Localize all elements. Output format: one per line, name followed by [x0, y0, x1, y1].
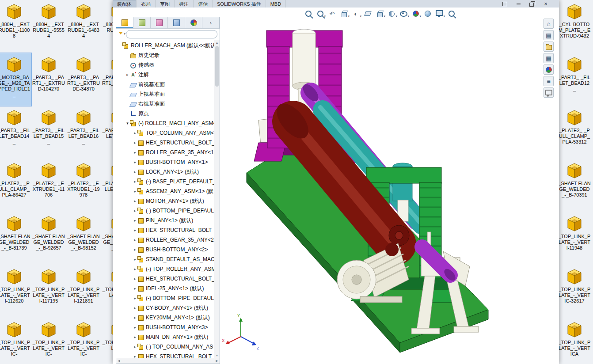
roller-gear[interactable]	[389, 225, 409, 246]
desktop-file-icon[interactable]: _SHAFT-FLANGE_WELDED_-_B-92657	[31, 212, 66, 265]
desktop-file-icon[interactable]: _TOP_LINK_PLATE_-_VERTIC-	[66, 318, 101, 364]
expand-arrow-icon[interactable]	[133, 228, 137, 232]
headsup-toolbar-button[interactable]	[398, 8, 409, 19]
scroll-up-arrow[interactable]: ▲	[214, 40, 220, 45]
tree-item[interactable]: (-) BOTTOM_PIPE_DEFAUL	[116, 206, 214, 216]
desktop-file-icon[interactable]: _PART3_-_PART1_-_EXTRUDE-34870	[66, 53, 101, 106]
window-control-button[interactable]	[528, 0, 536, 7]
tree-item[interactable]: ASSEM2_ANY_ASM<1> (默	[116, 186, 214, 196]
task-pane-button[interactable]	[544, 87, 554, 98]
headsup-toolbar-button[interactable]	[446, 8, 457, 19]
expand-arrow-icon[interactable]	[133, 354, 137, 358]
task-pane-button[interactable]: ≡	[544, 76, 554, 86]
expand-arrow-icon[interactable]	[133, 335, 137, 339]
headsup-toolbar-button[interactable]: ◐	[350, 8, 361, 19]
panel-tab[interactable]	[185, 17, 202, 28]
expand-arrow-icon[interactable]	[133, 257, 137, 262]
ribbon-tab[interactable]: 标注	[175, 0, 194, 8]
desktop-file-icon[interactable]: _880H_-_EXTRUDE1_-64834	[66, 0, 101, 53]
desktop-file-icon[interactable]: _PLATE2_-_EXTRUDE1_-19978	[66, 159, 101, 212]
headsup-toolbar-button[interactable]	[338, 8, 350, 19]
tree-item[interactable]: HEX_STRUCTURAL_BOLT_C	[116, 138, 214, 148]
scroll-down-arrow[interactable]: ▼	[214, 353, 220, 358]
task-pane-button[interactable]: ▤	[544, 30, 554, 40]
desktop-file-icon[interactable]: _SHAFT-FLANGE_WELDED_-_B-70391	[557, 159, 592, 212]
headsup-toolbar-button[interactable]	[362, 8, 373, 19]
desktop-file-icon[interactable]: _880H_-_EXTRUDE1_-11008	[0, 0, 31, 53]
expand-arrow-icon[interactable]	[133, 179, 137, 184]
scroll-left-arrow[interactable]: ◀	[116, 358, 122, 364]
desktop-file-icon[interactable]: _PART3_-_FILLET_BEAD15_	[31, 106, 66, 159]
task-pane-button[interactable]: ▦	[544, 53, 554, 63]
expand-arrow-icon[interactable]	[133, 247, 137, 252]
expand-arrow-icon[interactable]	[133, 150, 137, 155]
tree-item[interactable]: 上视基准面	[116, 89, 214, 99]
tree-item[interactable]: LOCK_ANY<1> (默认)	[116, 167, 214, 177]
desktop-file-icon[interactable]: _TOP_LINK_PLATE_-_VERTI-121891	[66, 265, 101, 318]
desktop-file-icon[interactable]: _SHAFT-FLANGE_WELDED_-_B-98152	[66, 212, 101, 265]
panel-tab[interactable]	[151, 17, 168, 28]
ribbon-tab[interactable]: MBD	[266, 0, 286, 8]
desktop-file-icon[interactable]: _880H_-_EXTRUDE1_-55554	[31, 0, 66, 53]
headsup-toolbar-button[interactable]	[410, 8, 421, 19]
headsup-toolbar-button[interactable]	[315, 8, 326, 19]
expand-arrow-icon[interactable]	[133, 160, 137, 164]
tree-horizontal-scrollbar[interactable]: ◀ ▶	[116, 358, 220, 364]
desktop-file-icon[interactable]: _PLATE2_-_PULL_CLAMP_PLA-53312	[557, 106, 592, 159]
desktop-file-icon[interactable]: _TOP_LINK_PLATE_-_VERTI-11948	[557, 212, 592, 265]
tree-item[interactable]: BUSH-BOTTOM_ANY<3>	[116, 322, 214, 332]
headsup-toolbar-button[interactable]	[374, 8, 385, 19]
expand-arrow-icon[interactable]	[133, 199, 137, 203]
expand-arrow-icon[interactable]	[133, 306, 137, 310]
headsup-toolbar-button[interactable]	[434, 8, 445, 19]
tree-vertical-scrollbar[interactable]: ▲ ▼	[214, 40, 220, 358]
window-control-button[interactable]	[500, 0, 509, 7]
expand-arrow-icon[interactable]	[133, 238, 137, 242]
window-control-button[interactable]	[514, 0, 523, 7]
desktop-file-icon[interactable]: _TOP_LINK_PLATE_-_VERTI-117195	[31, 265, 66, 318]
tree-item[interactable]: BUSH-BOTTOM_ANY<1>	[116, 157, 214, 167]
expand-arrow-icon[interactable]	[133, 218, 137, 223]
headsup-toolbar-button[interactable]	[303, 8, 314, 19]
expand-arrow-icon[interactable]	[133, 277, 137, 281]
headsup-toolbar-button[interactable]: ↶	[327, 8, 338, 19]
scroll-right-arrow[interactable]: ▶	[214, 358, 220, 364]
ribbon-tab[interactable]: 草图	[156, 0, 175, 8]
ribbon-tab[interactable]: 布局	[137, 0, 156, 8]
expand-arrow-icon[interactable]	[133, 315, 137, 320]
desktop-file-icon[interactable]: _PART3_-_FILLET_BEAD14_	[0, 106, 31, 159]
tree-item[interactable]: ROLLER_GEAR_35_ANY<1>	[116, 148, 214, 157]
desktop-file-icon[interactable]: _TOP_LINK_PLATE_-_VERTIC-32617	[557, 265, 592, 318]
desktop-file-icon[interactable]: _MOTOR_BASE_-_M20_TAPPED_HOLE1_	[0, 53, 31, 106]
desktop-file-icon[interactable]: _TOP_LINK_PLATE_-_VERTIC-	[0, 318, 31, 364]
desktop-file-icon[interactable]: _PART3_-_FILLET_BEAD12_	[557, 53, 592, 106]
tree-item[interactable]: HEX_STRUCTURAL_BOLT_(	[116, 352, 214, 358]
ribbon-tab[interactable]: SOLIDWORKS 插件	[213, 0, 266, 8]
tree-item[interactable]: ROLLER_GEAR_35_ANY<2>	[116, 235, 214, 245]
expand-arrow-icon[interactable]	[133, 296, 137, 300]
tree-item[interactable]: (-) TOP_ROLLER_ANY_ASM	[116, 264, 214, 274]
desktop-file-icon[interactable]: _SHAFT-FLANGE_WELDED_-_B-81739	[0, 212, 31, 265]
scrollbar-thumb[interactable]	[215, 46, 219, 87]
tree-item[interactable]: CY-BODY_ANY<1> (默认)	[116, 303, 214, 313]
tree-item[interactable]: STAND_DEFAULT_AS_MAC	[116, 254, 214, 264]
expand-arrow-icon[interactable]	[133, 170, 137, 174]
tree-item[interactable]: (-) BOTTOM_PIPE_DEFAUL	[116, 293, 214, 303]
expand-arrow-icon[interactable]	[125, 121, 130, 125]
desktop-file-icon[interactable]: _TOP_LINK_PLATE_-_VERTICA	[557, 318, 592, 364]
desktop-file-icon[interactable]: _TOP_LINK_PLATE_-_VERTI-112620	[0, 265, 31, 318]
task-pane-button[interactable]	[544, 64, 554, 75]
expand-arrow-icon[interactable]	[133, 286, 137, 291]
filter-funnel-icon[interactable]	[118, 31, 124, 37]
headsup-toolbar-button[interactable]	[422, 8, 433, 19]
desktop-file-icon[interactable]: _CYL-BOTTOM_PLATE_-_EXTRUD-9432	[557, 0, 592, 53]
panel-tab[interactable]: ›	[202, 17, 220, 28]
panel-tab[interactable]	[116, 17, 133, 28]
desktop-file-icon[interactable]: _PART3_-_PART1_-_EXTRUD-104270	[31, 53, 66, 106]
task-pane-button[interactable]	[544, 42, 554, 52]
ribbon-tab[interactable]: 评估	[194, 0, 213, 8]
task-pane-button[interactable]: ⌂	[544, 19, 554, 29]
tree-item[interactable]: 前视基准面	[116, 80, 214, 89]
tree-item[interactable]: MOTOR_ANY<1> (默认)	[116, 196, 214, 206]
tree-item[interactable]: PIN_ANY<1> (默认)	[116, 216, 214, 225]
